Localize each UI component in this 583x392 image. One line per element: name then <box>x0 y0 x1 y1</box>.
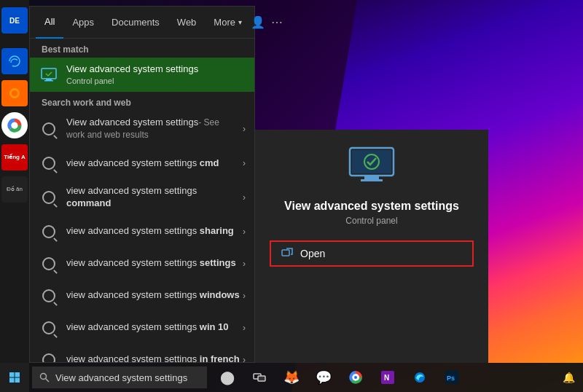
edge-icon[interactable] <box>1 48 28 74</box>
search-web-label: Search work and web <box>30 92 254 111</box>
photoshop-icon[interactable]: Ps <box>437 363 466 392</box>
search-icon-5 <box>39 254 59 274</box>
onenote-icon[interactable]: N <box>373 363 402 392</box>
person-icon[interactable]: 👤 <box>251 15 265 29</box>
svg-point-23 <box>354 376 357 379</box>
svg-point-1 <box>12 90 17 96</box>
start-menu: All Apps Documents Web More ▾ 👤 ⋯ Best m… <box>29 6 255 363</box>
svg-point-17 <box>41 374 47 380</box>
cortana-icon[interactable]: ⬤ <box>213 363 242 392</box>
search-icon-8 <box>39 350 59 362</box>
item-text-5: view advanced system settings settings <box>66 257 240 270</box>
right-panel-icon-area <box>270 144 474 188</box>
taskbar: ⬤ 🦊 💬 <box>0 363 583 392</box>
right-panel: View advanced system settings Control pa… <box>255 130 488 363</box>
svg-line-18 <box>46 379 50 383</box>
tab-apps[interactable]: Apps <box>63 7 103 39</box>
svg-rect-6 <box>44 80 53 82</box>
right-panel-subtitle: Control panel <box>270 216 474 226</box>
chevron-icon-4: › <box>243 227 246 237</box>
app2-icon[interactable]: 💬 <box>309 363 338 392</box>
list-item[interactable]: view advanced system settings windows › <box>30 280 254 312</box>
right-panel-title: View advanced system settings <box>270 200 474 213</box>
item-text-1: View advanced system settings- See work … <box>66 117 240 141</box>
taskbar-center-area: ⬤ 🦊 💬 <box>213 363 466 392</box>
more-options-icon[interactable]: ⋯ <box>271 15 283 29</box>
taskbar-search-icon <box>39 372 50 383</box>
search-icon-3 <box>39 187 59 208</box>
list-item[interactable]: View advanced system settings- See work … <box>30 111 254 147</box>
do-an-icon[interactable]: Đồ ăn <box>1 176 28 203</box>
svg-rect-9 <box>361 179 383 181</box>
svg-rect-4 <box>42 68 56 79</box>
desktop-app-icons: DE Tiếng A Đồ ăn <box>0 0 29 392</box>
task-view-icon[interactable] <box>245 363 274 392</box>
chrome-taskbar-icon[interactable] <box>341 363 370 392</box>
item-text-8: view advanced system settings in french <box>66 353 240 362</box>
chevron-icon-8: › <box>243 355 246 362</box>
chevron-icon-3: › <box>243 192 246 203</box>
tab-documents[interactable]: Documents <box>103 7 168 39</box>
svg-text:Ps: Ps <box>447 375 455 382</box>
chevron-icon-7: › <box>243 323 246 333</box>
list-item[interactable]: view advanced system settings sharing › <box>30 216 254 248</box>
svg-rect-5 <box>46 79 52 80</box>
start-button[interactable] <box>0 363 29 392</box>
list-item[interactable]: view advanced system settings in french … <box>30 344 254 362</box>
best-match-item[interactable]: View advanced system settings Control pa… <box>30 58 254 92</box>
svg-rect-15 <box>9 378 15 383</box>
tab-web[interactable]: Web <box>168 7 206 39</box>
list-item[interactable]: view advanced system settings win 10 › <box>30 312 254 344</box>
item-text-6: view advanced system settings windows <box>66 289 240 302</box>
more-arrow: ▾ <box>238 18 242 26</box>
firefox-icon[interactable] <box>1 80 28 106</box>
svg-rect-14 <box>15 372 20 377</box>
taskbar-right-area: 🔔 <box>554 363 583 392</box>
windows-logo <box>9 372 20 383</box>
chevron-icon-5: › <box>243 259 246 269</box>
list-item[interactable]: view advanced system settings cmd › <box>30 147 254 179</box>
chrome-icon[interactable] <box>1 112 28 138</box>
desktop: DE Tiếng A Đồ ăn All Apps <box>0 0 583 392</box>
svg-rect-20 <box>258 376 265 381</box>
search-icon-2 <box>39 153 59 173</box>
svg-rect-16 <box>15 378 20 383</box>
notification-icon[interactable]: 🔔 <box>554 363 583 392</box>
svg-point-3 <box>12 123 17 128</box>
best-match-label: Best match <box>30 39 254 58</box>
dev-c-icon[interactable]: DE <box>1 7 28 34</box>
svg-rect-13 <box>9 372 15 377</box>
search-icon-6 <box>39 286 59 306</box>
search-input[interactable] <box>55 372 200 383</box>
best-match-text: View advanced system settings Control pa… <box>66 63 246 86</box>
firefox-taskbar-icon[interactable]: 🦊 <box>277 363 306 392</box>
open-icon <box>281 248 293 259</box>
item-text-3: view advanced system settings command <box>66 185 240 210</box>
menu-tabs: All Apps Documents Web More ▾ 👤 ⋯ <box>30 7 254 39</box>
search-icon-1 <box>39 119 59 139</box>
list-item[interactable]: view advanced system settings command › <box>30 179 254 216</box>
menu-list: Best match View advanced system settings… <box>30 39 254 362</box>
monitor-icon <box>39 65 59 85</box>
chevron-icon-1: › <box>243 124 246 134</box>
search-icon-7 <box>39 318 59 338</box>
chevron-icon-2: › <box>243 158 246 168</box>
chevron-icon-6: › <box>243 291 246 301</box>
open-button[interactable]: Open <box>270 240 474 267</box>
item-text-7: view advanced system settings win 10 <box>66 321 240 334</box>
list-item[interactable]: view advanced system settings settings › <box>30 248 254 280</box>
taskbar-search-bar[interactable] <box>32 366 207 388</box>
edge-taskbar-icon[interactable] <box>405 363 434 392</box>
svg-rect-8 <box>364 176 379 179</box>
svg-rect-12 <box>282 250 289 256</box>
tieng-anh-icon[interactable]: Tiếng A <box>1 144 28 170</box>
item-text-2: view advanced system settings cmd <box>66 157 240 170</box>
svg-text:N: N <box>384 374 389 382</box>
search-icon-4 <box>39 222 59 242</box>
item-text-4: view advanced system settings sharing <box>66 225 240 238</box>
tab-more[interactable]: More ▾ <box>205 7 251 39</box>
tab-all[interactable]: All <box>36 7 63 39</box>
